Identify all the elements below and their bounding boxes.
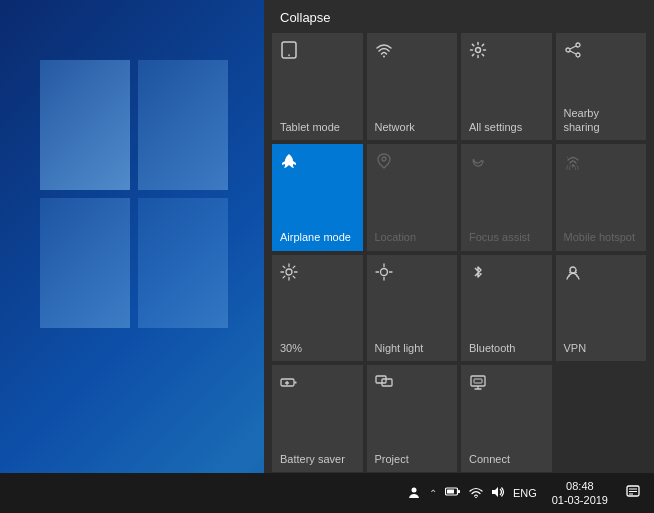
nearby-sharing-icon [564,41,582,62]
language-indicator[interactable]: ENG [510,483,540,503]
tile-focus-assist[interactable]: Focus assist [461,144,552,251]
tile-tablet-mode[interactable]: Tablet mode [272,33,363,140]
win-pane-tr [138,60,228,190]
location-icon [375,152,393,173]
svg-point-2 [383,56,385,58]
svg-line-11 [567,157,568,158]
windows-logo [20,20,250,450]
svg-rect-42 [458,490,460,493]
clock-display[interactable]: 08:48 01-03-2019 [544,479,616,508]
quick-actions-grid: Tablet mode Network All se [264,33,654,480]
svg-rect-39 [474,379,482,383]
svg-line-7 [570,46,576,49]
tile-battery-saver[interactable]: Battery saver [272,365,363,472]
tile-focus-assist-label: Focus assist [469,231,530,244]
project-icon [375,373,393,394]
svg-line-8 [570,51,576,54]
tile-connect[interactable]: Connect [461,365,552,472]
airplane-mode-icon [280,152,298,173]
svg-point-6 [576,53,580,57]
action-center-panel: Collapse Tablet mode Networ [264,0,654,480]
battery-saver-icon [280,373,298,394]
win-pane-bl [40,198,130,328]
win-pane-tl [40,60,130,190]
svg-line-20 [293,266,295,268]
system-tray: ⌃ [404,481,540,506]
network-icon [375,41,393,62]
tile-mobile-hotspot-label: Mobile hotspot [564,231,636,244]
tile-project-label: Project [375,453,409,466]
svg-point-5 [576,43,580,47]
clock-time: 08:48 [566,479,594,493]
tile-network[interactable]: Network [367,33,458,140]
svg-point-9 [382,157,386,161]
collapse-button[interactable]: Collapse [264,0,654,33]
tile-mobile-hotspot[interactable]: ((·)) Mobile hotspot [556,144,647,251]
svg-text:((·)): ((·)) [566,163,579,170]
svg-rect-43 [447,489,454,493]
tile-vpn-label: VPN [564,342,587,355]
svg-rect-31 [295,382,297,384]
tile-location[interactable]: Location [367,144,458,251]
svg-point-44 [475,496,477,497]
tile-brightness-label: 30% [280,342,302,355]
tile-nearby-sharing[interactable]: Nearby sharing [556,33,647,140]
svg-marker-45 [492,487,498,497]
svg-line-21 [283,276,285,278]
tile-airplane-mode[interactable]: Airplane mode [272,144,363,251]
volume-tray-icon[interactable] [488,482,508,505]
tile-night-light[interactable]: Night light [367,255,458,362]
svg-point-27 [570,267,576,273]
tile-project[interactable]: Project [367,365,458,472]
svg-rect-36 [471,376,485,386]
tile-all-settings-label: All settings [469,121,522,134]
taskbar-right-area: ⌃ [404,479,646,508]
tile-location-label: Location [375,231,417,244]
tray-chevron-icon[interactable]: ⌃ [426,484,440,503]
tile-all-settings[interactable]: All settings [461,33,552,140]
all-settings-icon [469,41,487,62]
tile-network-label: Network [375,121,415,134]
bluetooth-icon [469,263,487,284]
tile-connect-label: Connect [469,453,510,466]
tile-airplane-mode-label: Airplane mode [280,231,351,244]
night-light-icon [375,263,393,284]
vpn-icon [564,263,582,284]
svg-point-40 [411,487,416,492]
mobile-hotspot-icon: ((·)) [564,152,582,173]
connect-icon [469,373,487,394]
battery-tray-icon[interactable] [442,482,464,505]
focus-assist-icon [469,152,487,173]
tile-night-light-label: Night light [375,342,424,355]
svg-point-3 [476,48,481,53]
tile-battery-saver-label: Battery saver [280,453,345,466]
brightness-icon [280,263,298,284]
tile-brightness[interactable]: 30% [272,255,363,362]
network-tray-icon[interactable] [466,482,486,505]
win-pane-br [138,198,228,328]
svg-line-18 [283,266,285,268]
svg-point-22 [380,268,387,275]
tile-bluetooth[interactable]: Bluetooth [461,255,552,362]
tablet-mode-icon [280,41,298,62]
tile-tablet-mode-label: Tablet mode [280,121,340,134]
notification-center-button[interactable] [620,481,646,506]
svg-line-19 [293,276,295,278]
svg-point-13 [286,269,292,275]
clock-date: 01-03-2019 [552,493,608,507]
svg-point-4 [566,48,570,52]
people-icon[interactable] [404,481,424,506]
taskbar: ⌃ [0,473,654,513]
tile-bluetooth-label: Bluetooth [469,342,515,355]
tile-nearby-sharing-label: Nearby sharing [564,107,639,133]
tile-vpn[interactable]: VPN [556,255,647,362]
